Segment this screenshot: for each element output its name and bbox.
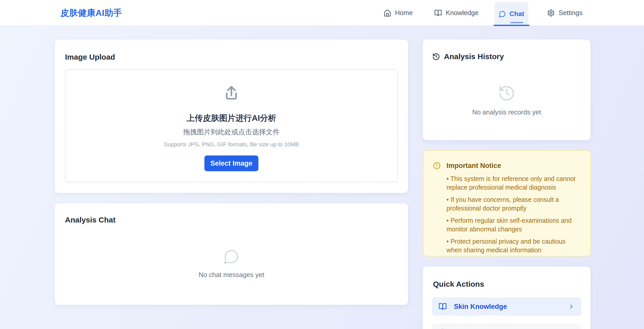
nav-item-home[interactable]: Home — [384, 0, 413, 26]
important-notice-card: Important Notice • This system is for re… — [423, 150, 591, 256]
analysis-history-title: Analysis History — [444, 52, 504, 61]
chat-empty-text: No chat messages yet — [199, 271, 264, 279]
select-image-button[interactable]: Select Image — [204, 155, 258, 171]
notice-item: • This system is for reference only and … — [446, 174, 580, 192]
active-tab-indicator — [494, 25, 529, 26]
notice-item: • If you have concerns, please consult a… — [446, 195, 580, 213]
quick-action-label: Skin Knowledge — [454, 303, 507, 311]
nav-item-chat-active[interactable]: Chat — [495, 2, 528, 26]
alert-circle-icon — [433, 162, 441, 170]
history-empty-text: No analysis records yet — [472, 108, 541, 116]
image-upload-card: Image Upload 上传皮肤图片进行AI分析 拖拽图片到此处或点击选择文件… — [55, 40, 408, 193]
chat-bubble-empty-icon — [223, 248, 240, 265]
notice-item: • Perform regular skin self-examinations… — [446, 216, 580, 233]
nav-label-settings: Settings — [559, 9, 583, 17]
nav-label-knowledge: Knowledge — [446, 9, 479, 17]
dropzone-format-hint: Supports JPG, PNG, GIF formats, file siz… — [164, 141, 299, 148]
nav-label-chat: Chat — [509, 10, 524, 18]
gear-icon — [547, 9, 555, 17]
analysis-chat-card: Analysis Chat No chat messages yet — [55, 203, 408, 305]
top-navbar: 皮肤健康AI助手 Home Knowledge Chat Settings — [0, 0, 644, 26]
quick-action-skin-knowledge[interactable]: Skin Knowledge — [432, 297, 581, 316]
chat-bubble-icon — [499, 10, 506, 18]
book-open-icon — [439, 302, 447, 311]
upload-dropzone[interactable]: 上传皮肤图片进行AI分析 拖拽图片到此处或点击选择文件 Supports JPG… — [65, 69, 398, 182]
quick-actions-title: Quick Actions — [433, 280, 484, 288]
dropzone-headline: 上传皮肤图片进行AI分析 — [187, 113, 276, 124]
notice-bullet-list: • This system is for reference only and … — [446, 174, 580, 258]
quick-action-system-settings[interactable]: System Settings — [432, 323, 581, 329]
book-open-icon — [434, 9, 442, 17]
analysis-chat-title: Analysis Chat — [65, 216, 115, 224]
nav-item-settings[interactable]: Settings — [547, 0, 583, 26]
nav-item-knowledge[interactable]: Knowledge — [434, 0, 479, 26]
chat-text-underline — [510, 22, 523, 23]
history-empty-icon — [498, 84, 516, 102]
image-upload-title: Image Upload — [65, 53, 115, 61]
dropzone-subline: 拖拽图片到此处或点击选择文件 — [183, 127, 280, 137]
history-icon — [432, 53, 440, 61]
notice-item: • Protect personal privacy and be cautio… — [446, 237, 580, 254]
home-icon — [384, 9, 391, 17]
upload-icon — [222, 84, 241, 102]
app-title: 皮肤健康AI助手 — [60, 0, 122, 26]
chevron-right-icon — [568, 303, 575, 310]
important-notice-title: Important Notice — [446, 162, 501, 170]
analysis-history-card: Analysis History No analysis records yet — [423, 40, 590, 140]
nav-label-home: Home — [395, 9, 413, 17]
quick-actions-card: Quick Actions Skin Knowledge System Sett… — [423, 267, 590, 329]
